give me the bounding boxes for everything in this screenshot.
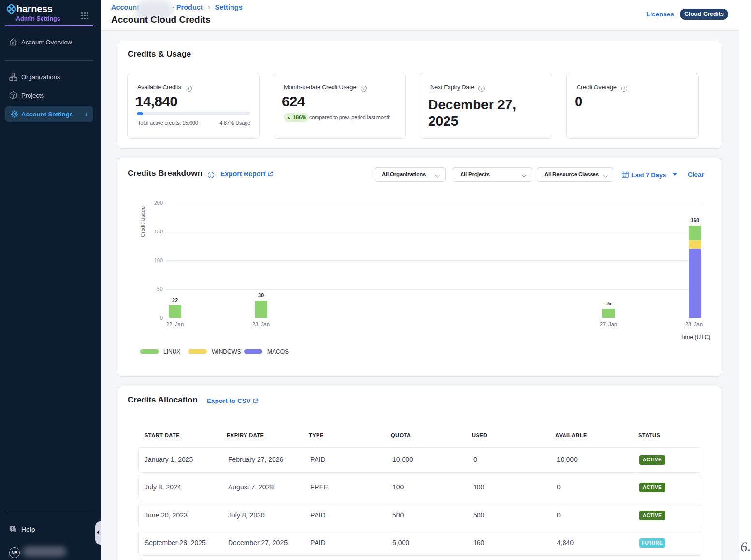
svg-text:?: ? — [12, 527, 14, 530]
